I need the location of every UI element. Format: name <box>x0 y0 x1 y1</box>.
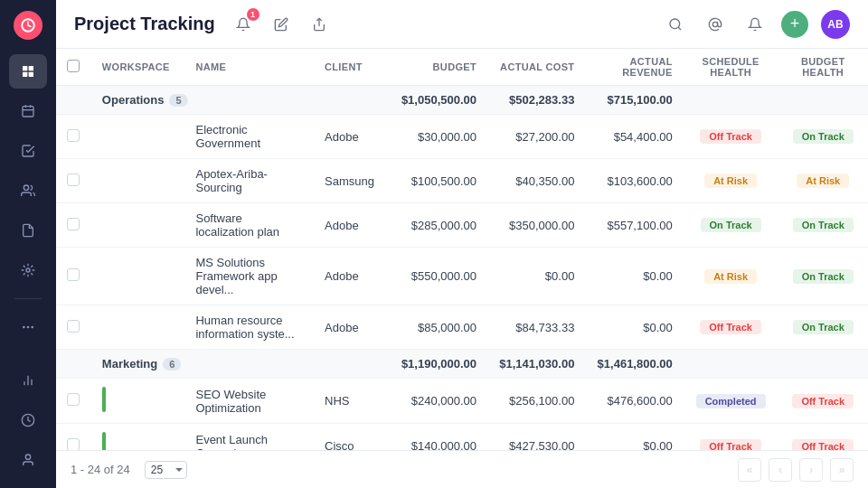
project-table: Workspace Name Client Budget Actual Cost… <box>56 49 868 450</box>
row-budget: $100,500.00 <box>390 159 487 203</box>
row-schedule-health: At Risk <box>684 248 778 305</box>
schedule-health-badge: Off Track <box>700 320 761 334</box>
table-row: Electronic Government Adobe $30,000.00 $… <box>56 115 868 159</box>
row-actual-revenue: $54,400.00 <box>585 115 683 159</box>
row-checkbox[interactable] <box>67 438 80 450</box>
row-schedule-health: At Risk <box>684 159 778 203</box>
row-name: Software localization plan <box>184 203 314 248</box>
sidebar-item-people[interactable] <box>9 443 47 477</box>
schedule-health-badge: On Track <box>701 218 761 232</box>
row-actual-revenue: $0.00 <box>585 305 683 350</box>
row-schedule-health: Off Track <box>684 115 778 159</box>
add-button[interactable]: + <box>781 11 808 38</box>
page-first-button[interactable]: « <box>738 458 761 482</box>
search-button[interactable] <box>662 11 689 38</box>
row-actual-cost: $427,530.00 <box>487 424 585 451</box>
row-actual-cost: $40,350.00 <box>487 159 585 203</box>
row-actual-cost: $27,200.00 <box>487 115 585 159</box>
group-count: 6 <box>163 358 181 371</box>
share-button[interactable] <box>306 11 333 38</box>
row-checkbox[interactable] <box>67 218 80 230</box>
row-check-cell <box>56 424 91 451</box>
row-budget: $240,000.00 <box>390 379 487 424</box>
table-header-row: Workspace Name Client Budget Actual Cost… <box>56 49 868 86</box>
bell-button[interactable] <box>741 11 769 38</box>
group-actual-cost: $502,283.33 <box>487 86 585 115</box>
budget-health-badge: On Track <box>793 320 854 334</box>
row-budget-health: On Track <box>778 248 868 305</box>
row-client: NHS <box>314 379 390 424</box>
row-check-cell <box>56 203 91 248</box>
group-budget-cell <box>778 350 868 379</box>
app-logo[interactable] <box>14 11 42 40</box>
row-checkbox[interactable] <box>67 129 80 142</box>
pagination-info: 1 - 24 of 24 <box>71 463 130 476</box>
row-actual-cost: $84,733.33 <box>487 305 585 350</box>
group-row: Operations 5 $1,050,500.00 $502,283.33 $… <box>56 86 868 115</box>
group-actual-revenue: $715,100.00 <box>585 86 683 115</box>
page-size-select[interactable]: 25 10 50 100 <box>145 461 187 479</box>
table-row: Software localization plan Adobe $285,00… <box>56 203 868 248</box>
group-sched-cell <box>684 350 778 379</box>
main-content: Project Tracking 1 + A <box>56 0 868 488</box>
row-budget: $30,000.00 <box>390 115 487 159</box>
row-checkbox[interactable] <box>67 268 80 281</box>
group-count: 5 <box>169 94 187 107</box>
sidebar-item-dashboard[interactable] <box>9 54 47 89</box>
row-checkbox[interactable] <box>67 393 80 406</box>
sidebar-divider <box>14 298 42 299</box>
avatar[interactable]: AB <box>821 10 850 39</box>
th-schedule-health: Schedule Health <box>684 49 778 86</box>
sidebar-item-more[interactable] <box>9 310 47 344</box>
edit-button[interactable] <box>268 11 295 38</box>
th-budget: Budget <box>390 49 487 86</box>
sidebar-item-tasks[interactable] <box>9 134 47 168</box>
svg-point-18 <box>25 455 30 459</box>
group-check-cell <box>56 86 91 115</box>
mention-button[interactable] <box>702 11 729 38</box>
page-last-button[interactable]: » <box>830 458 854 482</box>
row-schedule-health: On Track <box>684 203 778 248</box>
header-checkbox[interactable] <box>67 60 80 72</box>
row-name: Human resource information syste... <box>184 305 314 350</box>
table-row: Event Launch Campaign Cisco $140,000.00 … <box>56 424 868 451</box>
table-row: Apotex-Ariba-Sourcing Samsung $100,500.0… <box>56 159 868 203</box>
page-next-button[interactable]: › <box>799 458 823 482</box>
notification-badge: 1 <box>247 8 259 21</box>
row-actual-revenue: $557,100.00 <box>585 203 683 248</box>
sidebar-item-reports[interactable] <box>9 213 47 248</box>
row-client: Adobe <box>314 248 390 305</box>
row-workspace-cell <box>91 159 185 203</box>
sidebar-item-analytics[interactable] <box>9 363 47 398</box>
budget-health-badge: On Track <box>793 269 854 284</box>
row-checkbox[interactable] <box>67 174 80 186</box>
row-name: SEO Website Optimization <box>184 379 314 424</box>
notifications-button[interactable]: 1 <box>230 11 257 38</box>
page-prev-button[interactable]: ‹ <box>769 458 792 482</box>
sidebar-item-projects[interactable] <box>9 94 47 128</box>
th-actual-cost: Actual Cost <box>487 49 585 86</box>
row-budget: $550,000.00 <box>390 248 487 305</box>
group-row: Marketing 6 $1,190,000.00 $1,141,030.00 … <box>56 350 868 379</box>
row-checkbox[interactable] <box>67 320 80 333</box>
th-name: Name <box>184 49 314 86</box>
table-body: Operations 5 $1,050,500.00 $502,283.33 $… <box>56 86 868 451</box>
row-client: Adobe <box>314 305 390 350</box>
row-actual-cost: $256,100.00 <box>487 379 585 424</box>
row-schedule-health: Completed <box>684 379 778 424</box>
schedule-health-badge: Off Track <box>700 439 761 451</box>
sidebar-item-contacts[interactable] <box>9 174 47 208</box>
table-row: MS Solutions Framework app devel... Adob… <box>56 248 868 305</box>
group-budget-cell <box>778 86 868 115</box>
svg-point-11 <box>23 326 25 329</box>
th-budget-health: Budget Health <box>778 49 868 86</box>
group-name: Operations 5 <box>102 93 303 107</box>
th-workspace: Workspace <box>91 49 185 86</box>
sidebar <box>0 0 56 488</box>
sidebar-item-time[interactable] <box>9 403 47 437</box>
table-area: Workspace Name Client Budget Actual Cost… <box>56 49 868 450</box>
row-workspace-cell <box>91 424 185 451</box>
sidebar-item-integrations[interactable] <box>9 253 47 287</box>
budget-health-badge: At Risk <box>797 174 849 188</box>
group-budget: $1,050,500.00 <box>390 86 487 115</box>
